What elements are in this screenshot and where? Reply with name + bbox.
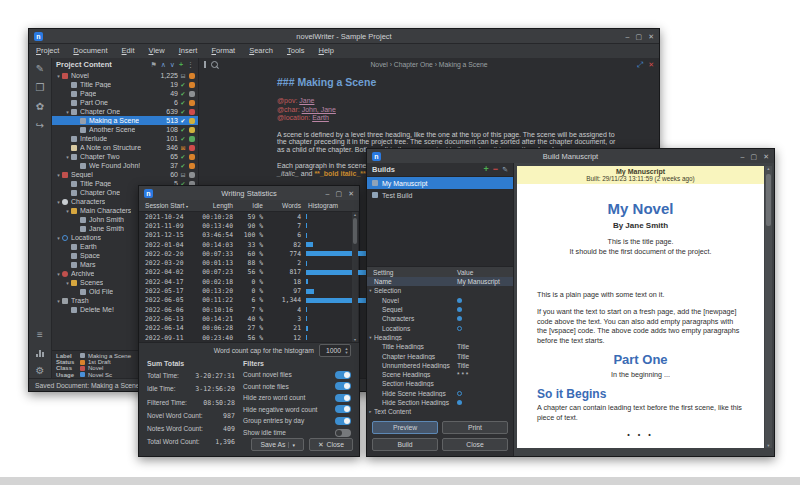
menu-item-insert[interactable]: Insert <box>172 44 205 58</box>
menu-item-tools[interactable]: Tools <box>280 44 312 58</box>
table-scrollbar[interactable]: ▴ ▾ <box>352 212 358 342</box>
enabled-dot-icon[interactable] <box>457 307 462 312</box>
expander-icon[interactable]: ▾ <box>55 271 62 277</box>
tree-item-chapter-one[interactable]: ▾Chapter One639✔ <box>52 107 198 116</box>
move-up-icon[interactable]: ∧ <box>161 61 166 68</box>
setting-row-title-headings[interactable]: Title HeadingsTitle <box>367 342 513 351</box>
maximize-icon[interactable]: ▢ <box>751 153 758 160</box>
close-icon[interactable]: ✕ <box>348 190 354 197</box>
edit-build-icon[interactable]: ✎ <box>502 166 508 173</box>
close-icon[interactable]: ✕ <box>763 153 769 160</box>
stats-icon[interactable] <box>36 349 44 357</box>
tag-value[interactable]: Earth <box>312 114 329 121</box>
setting-row-novel[interactable]: Novel <box>367 296 513 305</box>
tag-value[interactable]: John, Jane <box>302 106 336 113</box>
sessions-table-header[interactable]: Session Start ▾ Length Idle Words Histog… <box>139 200 359 212</box>
session-row[interactable]: 2022-06-0600:10:167 %4 <box>139 305 359 314</box>
expander-icon[interactable]: ▾ <box>64 208 71 214</box>
session-row[interactable]: 2022-01-0400:14:0333 %82 <box>139 240 359 249</box>
search-icon[interactable] <box>211 61 218 68</box>
setting-row-section-headings[interactable]: Section Headings <box>367 379 513 388</box>
tree-item-a-note-on-structure[interactable]: A Note on Structure346⊠ <box>52 143 198 152</box>
menu-item-help[interactable]: Help <box>311 44 340 58</box>
print-button[interactable]: Print <box>442 421 508 434</box>
bookmark-icon[interactable] <box>204 61 206 68</box>
build-list-item-my-manuscript[interactable]: My Manuscript <box>367 177 513 189</box>
disabled-dot-icon[interactable] <box>457 391 462 396</box>
expander-icon[interactable]: ▾ <box>367 335 374 340</box>
setting-row-sequel[interactable]: Sequel <box>367 305 513 314</box>
stats-titlebar[interactable]: n Writing Statistics – ▢ ✕ <box>139 186 359 201</box>
export-check-icon[interactable]: ✔ <box>178 136 188 142</box>
menu-item-edit[interactable]: Edit <box>115 44 142 58</box>
setting-row-locations[interactable]: Locations <box>367 323 513 332</box>
export-check-icon[interactable]: ⊟ <box>178 172 188 178</box>
menu-item-project[interactable]: Project <box>29 44 66 58</box>
outline-icon[interactable]: ❐ <box>36 83 45 93</box>
tree-item-title-page[interactable]: Title Page19✔ <box>52 80 198 89</box>
tree-item-another-scene[interactable]: Another Scene108✔ <box>52 125 198 134</box>
export-icon[interactable]: ↪ <box>36 121 44 131</box>
setting-row-selection[interactable]: ▾Selection <box>367 286 513 295</box>
expander-icon[interactable]: ▾ <box>64 154 71 160</box>
menu-item-document[interactable]: Document <box>66 44 114 58</box>
setting-row-hide-section-headings[interactable]: Hide Section Headings <box>367 398 513 407</box>
tag-value[interactable]: Jane <box>299 97 314 104</box>
session-row[interactable]: 2022-04-1700:02:180 %18 <box>139 277 359 286</box>
histogram-cap-spinbox[interactable]: 1000 ▲▼ <box>319 344 351 357</box>
setting-row-text-content[interactable]: ▸Text Content <box>367 407 513 416</box>
toggle-switch[interactable] <box>335 371 351 379</box>
session-row[interactable]: 2022-04-0200:07:2356 %817 <box>139 268 359 277</box>
build-titlebar[interactable]: n Build Manuscript – ▢ ✕ <box>367 149 774 164</box>
enabled-dot-icon[interactable] <box>457 316 462 321</box>
setting-row-scene-headings[interactable]: Scene Headings* * * <box>367 370 513 379</box>
session-row[interactable]: 2022-06-0500:11:226 %1,344 <box>139 296 359 305</box>
toggle-switch[interactable] <box>335 429 351 437</box>
session-row[interactable]: 2022-06-1300:14:2140 %3 <box>139 314 359 323</box>
toggle-switch[interactable] <box>335 394 351 402</box>
expander-icon[interactable]: ▾ <box>55 298 62 304</box>
spin-down-icon[interactable]: ▼ <box>345 351 349 355</box>
menu-item-view[interactable]: View <box>142 44 172 58</box>
toggle-switch[interactable] <box>335 405 351 413</box>
scrollbar-thumb[interactable] <box>353 218 357 244</box>
export-check-icon[interactable]: ⊠ <box>178 145 188 151</box>
enabled-dot-icon[interactable] <box>457 298 462 303</box>
preview-scrollbar[interactable]: ▴ ▾ <box>765 166 772 448</box>
expander-icon[interactable]: ▸ <box>367 409 374 414</box>
minimize-icon[interactable]: – <box>626 33 630 40</box>
export-check-icon[interactable]: ✔ <box>178 154 188 160</box>
expander-icon[interactable]: ▾ <box>55 172 62 178</box>
session-row[interactable]: 2022-06-1400:06:2827 %21 <box>139 324 359 333</box>
export-check-icon[interactable]: ✔ <box>178 163 188 169</box>
expander-icon[interactable]: ▾ <box>55 73 62 79</box>
novel-icon[interactable]: ✿ <box>36 102 44 112</box>
scrollbar-thumb[interactable] <box>766 174 771 226</box>
enabled-dot-icon[interactable] <box>457 400 462 405</box>
expander-icon[interactable]: ▾ <box>55 235 62 241</box>
expand-editor-icon[interactable]: ⤢ <box>637 61 643 69</box>
session-row[interactable]: 2022-05-1700:13:200 %97 <box>139 286 359 295</box>
session-row[interactable]: 2022-09-1100:23:4056 %12 <box>139 333 359 342</box>
save-as-button[interactable]: Save As▾ <box>251 438 303 451</box>
chevron-down-icon[interactable]: ▾ <box>288 442 295 448</box>
close-button[interactable]: ✕Close <box>309 438 353 451</box>
menu-item-search[interactable]: Search <box>242 44 280 58</box>
minimize-icon[interactable]: – <box>326 190 330 197</box>
tree-item-part-one[interactable]: Part One6✔ <box>52 98 198 107</box>
session-row[interactable]: 2022-03-2000:01:1388 %2 <box>139 258 359 267</box>
setting-row-characters[interactable]: Characters <box>367 314 513 323</box>
session-row[interactable]: 2021-10-2400:10:2859 %4 <box>139 212 359 221</box>
export-check-icon[interactable]: ✔ <box>178 118 188 124</box>
bookmark-icon[interactable]: ⚑ <box>150 61 156 68</box>
export-check-icon[interactable]: ✔ <box>178 100 188 106</box>
toggle-switch[interactable] <box>335 417 351 425</box>
tree-item-page[interactable]: Page49✔ <box>52 89 198 98</box>
toggle-switch[interactable] <box>335 382 351 390</box>
remove-build-icon[interactable]: − <box>493 165 498 174</box>
setting-row-unnumbered-headings[interactable]: Unnumbered HeadingsTitle <box>367 361 513 370</box>
edit-icon[interactable]: ✎ <box>36 64 44 74</box>
session-row[interactable]: 2021-11-0900:13:4090 %7 <box>139 221 359 230</box>
export-check-icon[interactable]: ✔ <box>178 127 188 133</box>
setting-row-headings[interactable]: ▾Headings <box>367 333 513 342</box>
